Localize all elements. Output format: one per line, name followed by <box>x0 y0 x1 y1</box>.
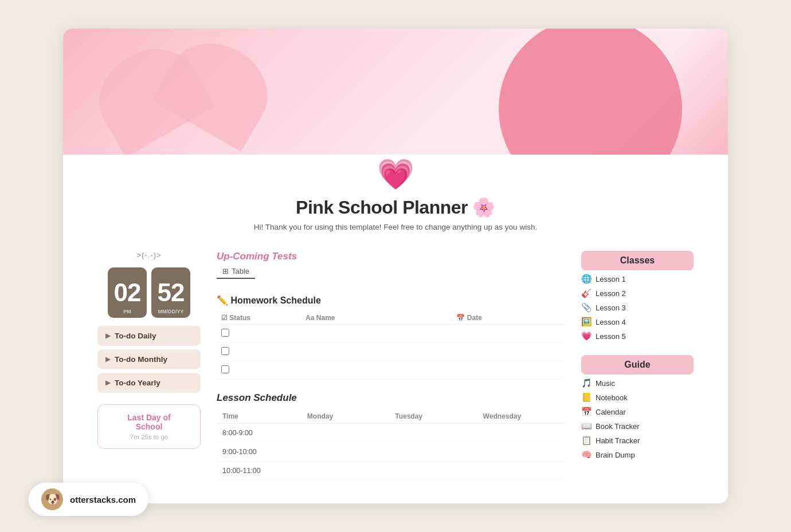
lesson-cell-wednesday <box>477 424 565 443</box>
guide-label: Book Tracker <box>596 422 640 431</box>
bottom-bar-domain: otterstacks.com <box>70 495 136 505</box>
class-emoji: 🎸 <box>581 288 592 298</box>
todo-item[interactable]: ▶To-do Yearly <box>97 373 201 393</box>
main-columns: >(-.-)> 02 PM 52 MM/DD/YY ▶To-do Daily▶T… <box>97 251 694 480</box>
hw-row <box>217 325 565 343</box>
todo-list: ▶To-do Daily▶To-do Monthly▶To-do Yearly <box>97 326 201 396</box>
class-label: Lesson 1 <box>596 275 626 283</box>
hw-checkbox[interactable] <box>221 347 229 355</box>
lesson-cell-wednesday <box>477 462 565 480</box>
homework-table: ☑ Status Aa Name 📅 Date <box>217 312 565 380</box>
guide-label: Habit Tracker <box>596 436 640 445</box>
lesson-cell-monday <box>301 462 389 480</box>
hw-cell-name <box>301 325 452 343</box>
guide-emoji: 📒 <box>581 392 592 403</box>
guide-item[interactable]: 📋Habit Tracker <box>581 435 694 446</box>
guide-label: Calendar <box>596 408 626 416</box>
table-tab[interactable]: ⊞ Table <box>217 265 255 279</box>
page-icon: 💗 <box>97 157 694 192</box>
hw-cell-name <box>301 361 452 380</box>
guide-emoji: 📖 <box>581 421 592 431</box>
banner-circle <box>499 29 682 155</box>
hw-col-date: 📅 Date <box>452 312 565 325</box>
todo-item[interactable]: ▶To-do Daily <box>97 326 201 346</box>
class-label: Lesson 4 <box>596 318 626 326</box>
hw-cell-name <box>301 343 452 361</box>
hw-checkbox[interactable] <box>221 329 229 337</box>
lesson-row: 10:00-11:00 <box>217 462 565 480</box>
hw-col-status: ☑ Status <box>217 312 301 325</box>
guide-item[interactable]: 🎵Music <box>581 378 694 388</box>
guide-label: Brain Dump <box>596 451 635 459</box>
homework-section: ✏️ Homework Schedule ☑ Status Aa Name <box>217 295 565 380</box>
classes-header: Classes <box>581 251 694 270</box>
lesson-schedule-section: Lesson Schedule TimeMondayTuesdayWednesd… <box>217 392 565 480</box>
lesson-cell-monday <box>301 424 389 443</box>
guide-label: Music <box>596 379 615 388</box>
hw-cell-status[interactable] <box>217 361 301 380</box>
classes-list: 🌐Lesson 1🎸Lesson 2📎Lesson 3🖼️Lesson 4💗Le… <box>581 274 694 341</box>
guide-item[interactable]: 🧠Brain Dump <box>581 450 694 460</box>
class-item[interactable]: 📎Lesson 3 <box>581 302 694 313</box>
title-section: 💗 Pink School Planner 🌸 Hi! Thank you fo… <box>97 155 694 241</box>
class-emoji: 💗 <box>581 331 592 341</box>
hw-row <box>217 361 565 380</box>
class-item[interactable]: 🎸Lesson 2 <box>581 288 694 298</box>
hw-cell-status[interactable] <box>217 325 301 343</box>
guide-item[interactable]: 📒Notebook <box>581 392 694 403</box>
lesson-col-header: Wednesday <box>477 409 565 424</box>
guide-section: Guide 🎵Music📒Notebook📅Calendar📖Book Trac… <box>581 355 694 466</box>
todo-arrow: ▶ <box>105 379 110 387</box>
last-day-box: Last Day of School 7m 25s to go <box>97 404 201 449</box>
class-item[interactable]: 💗Lesson 5 <box>581 331 694 341</box>
class-emoji: 📎 <box>581 302 592 313</box>
lesson-row: 8:00-9:00 <box>217 424 565 443</box>
last-day-line1: Last Day of <box>107 413 191 422</box>
header-banner <box>63 29 728 155</box>
hw-cell-status[interactable] <box>217 343 301 361</box>
lesson-cell-wednesday <box>477 443 565 462</box>
hw-row <box>217 343 565 361</box>
guide-emoji: 📅 <box>581 407 592 417</box>
content-area: 💗 Pink School Planner 🌸 Hi! Thank you fo… <box>63 155 728 503</box>
lesson-row: 9:00-10:00 <box>217 443 565 462</box>
lesson-cell-time: 10:00-11:00 <box>217 462 301 480</box>
lesson-cell-monday <box>301 443 389 462</box>
lesson-cell-time: 9:00-10:00 <box>217 443 301 462</box>
lesson-table: TimeMondayTuesdayWednesday 8:00-9:00 9:0… <box>217 409 565 480</box>
guide-item[interactable]: 📖Book Tracker <box>581 421 694 431</box>
lesson-col-header: Monday <box>301 409 389 424</box>
banner-decoration-right <box>152 29 284 152</box>
todo-item[interactable]: ▶To-do Monthly <box>97 349 201 369</box>
clock-widget: 02 PM 52 MM/DD/YY <box>108 267 190 318</box>
upcoming-tests-title: Up-Coming Tests <box>217 251 565 262</box>
bottom-bar: 🐶 otterstacks.com <box>29 483 148 516</box>
class-item[interactable]: 🖼️Lesson 4 <box>581 317 694 327</box>
class-label: Lesson 2 <box>596 289 626 298</box>
hw-checkbox[interactable] <box>221 365 229 373</box>
lesson-cell-tuesday <box>389 424 477 443</box>
page-title: Pink School Planner 🌸 <box>97 196 694 218</box>
class-item[interactable]: 🌐Lesson 1 <box>581 274 694 284</box>
guide-list: 🎵Music📒Notebook📅Calendar📖Book Tracker📋Ha… <box>581 378 694 460</box>
middle-column: Up-Coming Tests ⊞ Table ✏️ Homework Sche… <box>217 251 565 480</box>
homework-title: ✏️ Homework Schedule <box>217 295 565 306</box>
guide-emoji: 📋 <box>581 435 592 446</box>
guide-label: Notebook <box>596 393 628 402</box>
todo-arrow: ▶ <box>105 332 110 340</box>
hw-cell-date <box>452 343 565 361</box>
upcoming-tests-section: Up-Coming Tests ⊞ Table <box>217 251 565 285</box>
last-day-line2: School <box>107 422 191 431</box>
kaomoji: >(-.-)> <box>136 251 161 259</box>
left-column: >(-.-)> 02 PM 52 MM/DD/YY ▶To-do Daily▶T… <box>97 251 201 449</box>
hw-cell-date <box>452 361 565 380</box>
page-subtitle: Hi! Thank you for using this template! F… <box>97 223 694 231</box>
guide-header: Guide <box>581 355 694 375</box>
todo-arrow: ▶ <box>105 356 110 363</box>
clock-hours: 02 PM <box>108 267 147 318</box>
class-emoji: 🌐 <box>581 274 592 284</box>
clock-minutes: 52 MM/DD/YY <box>151 267 190 318</box>
class-label: Lesson 3 <box>596 304 626 312</box>
guide-item[interactable]: 📅Calendar <box>581 407 694 417</box>
lesson-cell-tuesday <box>389 462 477 480</box>
